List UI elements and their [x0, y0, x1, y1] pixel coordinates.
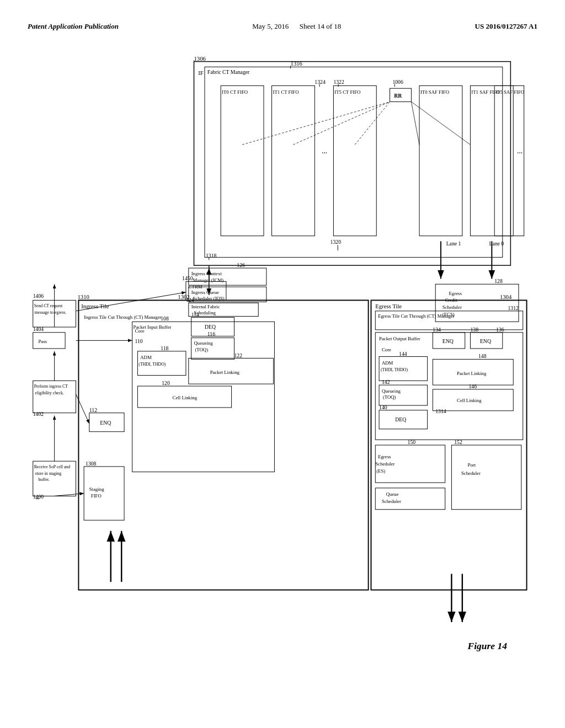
label-send-ct-1: Send CT request	[34, 303, 63, 308]
label-1304: 1304	[500, 293, 512, 300]
label-deq-114: DEQ	[205, 324, 216, 330]
label-1314: 1314	[435, 408, 446, 414]
dots-saf: ···	[517, 149, 523, 157]
label-adm-118-1: ADM	[140, 355, 152, 360]
page-header: Patent Application Publication May 5, 20…	[28, 22, 537, 31]
label-ifs-2: Scheduling	[194, 310, 216, 315]
label-toq-116-2: (TOQ)	[195, 347, 208, 352]
box-port-sched	[451, 445, 521, 510]
label-adm-118-2: (THDI, THDO)	[138, 362, 166, 367]
label-144: 144	[399, 351, 407, 357]
figure-label: Figure 14	[467, 640, 508, 651]
label-it1-ct: IT1 CT FIFO	[273, 89, 299, 95]
label-1322: 1322	[333, 79, 344, 85]
label-receive-3: buffer.	[38, 477, 49, 482]
label-iqs-2: Scheduler (IQS)	[193, 296, 225, 301]
label-pob: Packet Output Buffer	[379, 336, 420, 341]
label-136: 136	[496, 326, 504, 333]
page: Patent Application Publication May 5, 20…	[0, 0, 565, 728]
arrow-it0-rr	[242, 102, 390, 145]
box-pass	[33, 333, 65, 349]
label-cell-link: Cell Linking	[173, 395, 198, 400]
label-pkt-link: Packet Linking	[210, 370, 240, 375]
label-112: 112	[89, 407, 97, 413]
label-1310: 1310	[77, 293, 89, 300]
label-send-ct-2: message to egress.	[35, 310, 67, 315]
label-iqs-1: Ingress Queue	[191, 290, 219, 295]
label-ecs-1: Egress	[449, 291, 462, 296]
label-enq-134: ENQ	[443, 338, 454, 344]
label-receive-2: store in staging	[35, 471, 62, 476]
label-pib: Packet Input Buffer	[134, 324, 172, 330]
label-1306: 1306	[194, 55, 206, 62]
label-deq-138: ENQ	[480, 338, 491, 344]
label-egress-tile: Egress Tile	[375, 303, 402, 309]
label-118: 118	[161, 345, 168, 351]
label-cell-link-146: Cell Linking	[457, 398, 482, 403]
arrow-it1-rr	[293, 102, 390, 145]
label-receive-1: Receive SoP cell and	[34, 464, 71, 469]
label-icm-1: Ingress Context	[191, 271, 222, 276]
dots-ct: ···	[322, 149, 327, 157]
label-1406: 1406	[33, 293, 44, 299]
flow-to-enq	[76, 394, 89, 424]
figure-14-svg: Figure 14 1306 IF Fabric CT Manager 1316…	[28, 42, 537, 693]
box-1316	[205, 67, 503, 257]
publication-type: Patent Application Publication	[28, 22, 119, 31]
label-it5-saf: IT5 SAF FIFO	[495, 89, 524, 95]
label-qs-2: Scheduler	[382, 499, 401, 504]
label-138: 138	[470, 326, 478, 333]
label-150: 150	[408, 439, 416, 445]
label-rr: RR	[394, 93, 402, 99]
box-staging	[84, 467, 124, 520]
publication-date-sheet: May 5, 2016 Sheet 14 of 18	[252, 22, 341, 31]
label-146: 146	[469, 383, 477, 389]
arrow-rr-saf1	[411, 102, 470, 145]
label-1324: 1324	[315, 79, 326, 85]
label-it5-ct: IT5 CT FIFO	[334, 89, 360, 95]
label-1450: 1450	[182, 275, 193, 281]
label-it0-ct: IT0 CT FIFO	[222, 89, 248, 95]
label-ecs-2: Credit	[445, 297, 457, 303]
label-deq-140: DEQ	[395, 416, 406, 422]
label-port-sched-2: Scheduler	[461, 470, 481, 476]
label-ingress-ct-mgr: Ingress Tile Cut Through (CT) Manager	[84, 314, 162, 320]
label-enq-112: ENQ	[100, 420, 111, 426]
label-toq-116-1: Queueing	[194, 340, 214, 346]
label-142: 142	[382, 379, 390, 385]
box-it1-saf	[470, 85, 513, 235]
label-ifs-1: Internal Fabric	[191, 304, 220, 309]
label-110: 110	[135, 338, 143, 344]
arrow-it5-rr	[355, 102, 390, 145]
label-es-1: Egress	[378, 454, 391, 459]
label-pkt-link-148: Packet Linking	[457, 371, 487, 376]
label-adm-144-2: (THDI, THDO)	[381, 367, 408, 372]
publication-date: May 5, 2016	[252, 22, 289, 30]
label-port-sched-1: Port	[468, 462, 476, 468]
label-toq-142-1: Queueing	[382, 388, 401, 394]
label-staging-1: Staging	[89, 486, 104, 492]
label-1006: 1006	[392, 79, 403, 85]
label-icm-2: Manager (ICM)	[193, 277, 224, 283]
label-fabric-ct: Fabric CT Manager	[207, 69, 250, 75]
label-1308: 1308	[86, 461, 97, 467]
label-120: 120	[162, 380, 170, 386]
label-1316: 1316	[291, 60, 303, 67]
label-it0-saf: IT0 SAF FIFO	[420, 89, 449, 95]
publication-number: US 2016/0127267 A1	[475, 22, 537, 31]
label-152: 152	[454, 439, 462, 445]
label-116: 116	[207, 331, 215, 337]
label-lane1: Lane 1	[446, 240, 461, 247]
flow-to-icm	[76, 292, 186, 311]
box-it5-ct	[333, 85, 376, 235]
label-toq-142-2: (TOQ)	[383, 394, 396, 400]
label-qs-1: Queue	[386, 491, 399, 497]
label-core-egress: Core	[382, 347, 391, 352]
diagram-area: Figure 14 1306 IF Fabric CT Manager 1316…	[28, 42, 537, 693]
label-1318: 1318	[206, 253, 217, 259]
label-148: 148	[478, 353, 487, 359]
label-140: 140	[379, 404, 387, 410]
label-1312: 1312	[508, 305, 519, 311]
box-it5-saf-full	[494, 85, 524, 235]
sheet-number: Sheet 14 of 18	[300, 22, 341, 30]
